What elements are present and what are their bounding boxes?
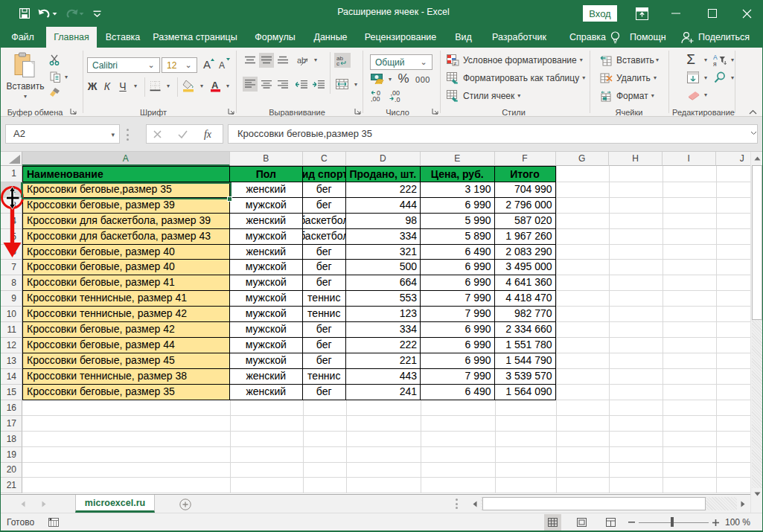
align-bottom-button[interactable] xyxy=(277,55,289,65)
formula-bar-splitter[interactable] xyxy=(127,129,130,141)
tab-view[interactable]: Вид xyxy=(455,27,472,48)
cancel-formula-button[interactable] xyxy=(151,129,163,140)
horizontal-scroll-thumb[interactable] xyxy=(482,497,706,510)
cell-D6[interactable]: 321 xyxy=(346,245,421,260)
page-layout-view-button[interactable] xyxy=(573,514,590,531)
fill-dropdown[interactable]: ▾ xyxy=(701,74,710,81)
cell-A12[interactable]: Кроссовки беговые, размер 44 xyxy=(22,338,230,353)
cell-E2[interactable]: 3 190 xyxy=(421,182,495,198)
cell-E9[interactable]: 7 990 xyxy=(421,291,495,307)
cell-D10[interactable]: 123 xyxy=(346,307,421,322)
row-header-11[interactable]: 11 xyxy=(1,322,22,338)
cell-F15[interactable]: 1 564 090 xyxy=(495,385,556,400)
cell-A15[interactable]: Кроссовки беговые, размер 35 xyxy=(22,385,230,400)
decrease-indent-button[interactable] xyxy=(295,80,307,90)
align-middle-button[interactable] xyxy=(259,53,274,68)
row-header-12[interactable]: 12 xyxy=(1,338,22,353)
number-format-combo[interactable]: Общий ⌄ xyxy=(370,54,432,70)
row-header-13[interactable]: 13 xyxy=(1,353,22,369)
cell-D14[interactable]: 443 xyxy=(346,369,421,385)
zoom-level-label[interactable]: 100 % xyxy=(724,517,750,528)
cell-E3[interactable]: 6 990 xyxy=(421,198,495,214)
column-header-G[interactable]: G xyxy=(556,152,610,166)
column-header-B[interactable]: B xyxy=(230,152,304,166)
cell-D11[interactable]: 334 xyxy=(346,322,421,338)
login-button[interactable]: Вход xyxy=(583,5,617,22)
cell-C14[interactable]: теннис xyxy=(303,369,346,385)
delete-cells-dropdown[interactable]: ▾ xyxy=(651,74,660,81)
cell-D12[interactable]: 222 xyxy=(346,338,421,353)
borders-dropdown[interactable]: ▾ xyxy=(164,83,173,89)
alignment-dialog-launcher[interactable] xyxy=(354,108,363,116)
cell-E5[interactable]: 5 890 xyxy=(421,229,495,245)
row-header-9[interactable]: 9 xyxy=(1,291,22,307)
horizontal-scrollbar[interactable] xyxy=(469,497,749,510)
zoom-in-button[interactable] xyxy=(711,517,720,528)
clear-dropdown[interactable]: ▾ xyxy=(701,92,710,98)
cell-D2[interactable]: 222 xyxy=(346,182,421,198)
row-header-19[interactable]: 19 xyxy=(1,447,22,463)
cell-A3[interactable]: Кроссовки беговые, размер 39 xyxy=(22,198,230,214)
tab-home[interactable]: Главная xyxy=(54,27,89,48)
copy-button[interactable]: ▾ xyxy=(48,71,70,83)
cell-F8[interactable]: 4 641 360 xyxy=(495,275,556,291)
minimize-button[interactable] xyxy=(660,0,692,27)
cell-D15[interactable]: 241 xyxy=(346,385,421,400)
cell-E6[interactable]: 6 490 xyxy=(421,245,495,260)
cell-B9[interactable]: мужской xyxy=(230,291,304,307)
cell-B8[interactable]: мужской xyxy=(230,275,304,291)
sheet-nav-next-button[interactable] xyxy=(39,499,49,509)
merge-center-button[interactable] xyxy=(335,78,348,90)
cell-E12[interactable]: 6 990 xyxy=(421,338,495,353)
bold-button[interactable]: Ж xyxy=(86,80,99,93)
cell-E7[interactable]: 6 990 xyxy=(421,260,495,275)
cell-E11[interactable]: 6 990 xyxy=(421,322,495,338)
decrease-font-button[interactable]: A xyxy=(217,56,231,71)
cell-C9[interactable]: теннис xyxy=(303,291,346,307)
cell-D4[interactable]: 98 xyxy=(346,214,421,229)
close-button[interactable] xyxy=(730,0,763,27)
column-header-D[interactable]: D xyxy=(346,152,421,166)
cell-F2[interactable]: 704 990 xyxy=(495,182,556,198)
orientation-button[interactable]: ab xyxy=(296,54,310,67)
cell-C11[interactable]: бег xyxy=(303,322,346,338)
zoom-slider-thumb[interactable] xyxy=(671,517,674,527)
insert-cells-dropdown[interactable]: ▾ xyxy=(653,57,662,63)
accounting-format-dropdown[interactable]: ▾ xyxy=(386,76,394,83)
fill-handle[interactable] xyxy=(227,196,232,202)
cell-A14[interactable]: Кроссовки теннисные, размер 38 xyxy=(22,369,230,385)
percent-style-button[interactable]: % xyxy=(397,72,410,86)
column-header-H[interactable]: H xyxy=(609,152,663,166)
cell-B7[interactable]: мужской xyxy=(230,260,304,275)
cell-B2[interactable]: женский xyxy=(230,182,304,198)
sheet-tab[interactable]: microexcel.ru xyxy=(75,495,155,513)
cell-F5[interactable]: 1 967 260 xyxy=(495,229,556,245)
align-left-button[interactable] xyxy=(243,77,258,92)
vertical-scroll-thumb[interactable] xyxy=(752,165,762,320)
cell-C8[interactable]: бег xyxy=(303,275,346,291)
merge-center-dropdown[interactable]: ▾ xyxy=(351,81,360,88)
scroll-up-button[interactable] xyxy=(752,153,762,164)
row-header-17[interactable]: 17 xyxy=(1,416,22,432)
font-size-combo[interactable]: 12 ⌄ xyxy=(162,57,197,73)
cell-A7[interactable]: Кроссовки беговые, размер 40 xyxy=(22,260,230,275)
increase-font-button[interactable]: A xyxy=(202,56,215,71)
cell-B12[interactable]: мужской xyxy=(230,338,304,353)
cell-E4[interactable]: 5 990 xyxy=(421,214,495,229)
cell-C5[interactable]: баскетбол xyxy=(303,229,346,245)
autosum-button[interactable]: Σ xyxy=(683,52,699,67)
font-family-combo[interactable]: Calibri ⌄ xyxy=(87,57,160,73)
format-cells-button[interactable]: Формат ▾ xyxy=(600,89,654,102)
tab-page-layout[interactable]: Разметка страницы xyxy=(153,27,237,48)
normal-view-button[interactable] xyxy=(544,514,561,531)
cell-A11[interactable]: Кроссовки беговые, размер 42 xyxy=(22,322,230,338)
row-header-14[interactable]: 14 xyxy=(1,369,22,385)
cell-F3[interactable]: 2 796 000 xyxy=(495,198,556,214)
sort-filter-button[interactable]: А я xyxy=(712,53,727,66)
cell-F14[interactable]: 3 539 570 xyxy=(495,369,556,385)
cell-A6[interactable]: Кроссовки беговые, размер 40 xyxy=(22,245,230,260)
cell-B10[interactable]: мужской xyxy=(230,307,304,322)
macro-record-button[interactable] xyxy=(48,517,60,528)
enter-formula-button[interactable] xyxy=(176,129,188,140)
tab-file[interactable]: Файл xyxy=(0,27,45,48)
